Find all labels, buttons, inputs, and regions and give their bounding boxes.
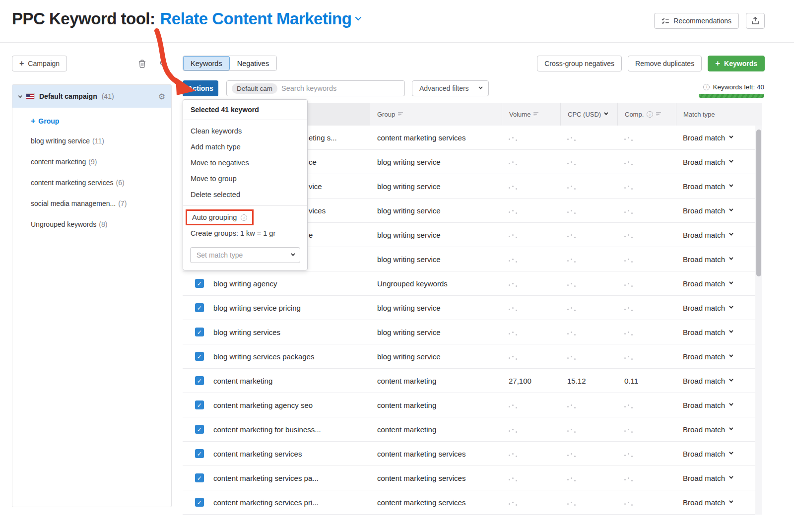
campaign-row[interactable]: Default campaign (41) ⚙	[12, 85, 171, 108]
match-type-dropdown[interactable]: Broad match	[683, 255, 747, 264]
actions-button[interactable]: Actions	[183, 80, 218, 96]
match-type-dropdown[interactable]: Broad match	[683, 206, 747, 215]
masked-value	[567, 333, 576, 335]
sort-chevron-down-icon	[604, 111, 608, 115]
create-groups-item[interactable]: Create groups: 1 kw = 1 gr	[183, 225, 307, 241]
match-type-dropdown[interactable]: Broad match	[683, 498, 747, 507]
recommendations-button[interactable]: Recommendations	[654, 13, 739, 29]
add-keywords-button[interactable]: + Keywords	[708, 56, 765, 71]
table-row[interactable]: ✓blog writing services packagesblog writ…	[183, 344, 762, 369]
match-type-value: Broad match	[683, 474, 725, 482]
table-row[interactable]: ✓content marketing servicescontent marke…	[183, 442, 762, 466]
campaign-filter-chip[interactable]: Default cam	[232, 83, 277, 94]
sidebar-group-item[interactable]: social media managemen...(7)	[12, 193, 171, 214]
remove-duplicates-button[interactable]: Remove duplicates	[628, 56, 702, 71]
ppc-keyword-tool-page: PPC Keyword tool: Relate Content Marketi…	[0, 0, 794, 532]
match-type-dropdown[interactable]: Broad match	[683, 401, 747, 409]
cross-group-negatives-button[interactable]: Cross-group negatives	[537, 56, 622, 71]
match-type-dropdown[interactable]: Broad match	[683, 474, 747, 482]
row-checkbox[interactable]: ✓	[195, 473, 204, 482]
row-checkbox[interactable]: ✓	[195, 279, 204, 288]
checkbox-cell: ✓	[183, 425, 206, 434]
table-row[interactable]: ✓blog writing service pricingblog writin…	[183, 296, 762, 320]
sidebar-group-item[interactable]: blog writing service(11)	[12, 131, 171, 151]
search-keywords-input[interactable]: Default cam Search keywords	[226, 80, 405, 96]
match-type-dropdown[interactable]: Broad match	[683, 377, 747, 385]
match-type-dropdown[interactable]: Broad match	[683, 231, 747, 239]
export-button[interactable]	[746, 13, 765, 29]
row-checkbox[interactable]: ✓	[195, 400, 204, 409]
table-row[interactable]: ✓content marketingcontent marketing27,10…	[183, 369, 762, 393]
match-type-dropdown[interactable]: Broad match	[683, 352, 747, 361]
cross-group-negatives-label: Cross-group negatives	[544, 60, 614, 67]
search-icon[interactable]	[160, 60, 168, 67]
masked-value	[509, 309, 517, 311]
header-volume[interactable]: Volume	[502, 103, 560, 126]
group-count: (11)	[92, 137, 104, 145]
masked-value	[567, 455, 576, 457]
advanced-filters-dropdown[interactable]: Advanced filters	[412, 80, 489, 96]
trash-icon[interactable]	[138, 60, 146, 68]
row-checkbox[interactable]: ✓	[195, 376, 204, 385]
menu-item-delete-selected[interactable]: Delete selected	[183, 187, 307, 202]
match-type-dropdown[interactable]: Broad match	[683, 304, 747, 312]
sidebar-group-item[interactable]: content marketing(9)	[12, 151, 171, 172]
table-row[interactable]: ✓content marketing agency seocontent mar…	[183, 393, 762, 417]
sidebar-toolbar: + Campaign	[12, 56, 172, 71]
row-checkbox[interactable]: ✓	[195, 303, 204, 312]
match-type-dropdown[interactable]: Broad match	[683, 133, 747, 142]
row-checkbox[interactable]: ✓	[195, 425, 204, 434]
row-checkbox[interactable]: ✓	[195, 352, 204, 361]
table-row[interactable]: ✓blog writing agencyUngrouped keywordsBr…	[183, 271, 762, 296]
add-campaign-button[interactable]: + Campaign	[12, 56, 67, 71]
table-row[interactable]: ✓blog writing servicesblog writing servi…	[183, 320, 762, 344]
header-group[interactable]: Group	[370, 103, 502, 126]
masked-value	[624, 479, 633, 481]
header-match-type[interactable]: Match type	[676, 103, 754, 126]
masked-value	[567, 139, 576, 140]
cpc-cell	[560, 231, 617, 239]
add-group-button[interactable]: + Group	[12, 108, 171, 131]
gear-icon[interactable]: ⚙	[158, 92, 165, 101]
menu-item-move-to-negatives[interactable]: Move to negatives	[183, 155, 307, 171]
tab-negatives[interactable]: Negatives	[230, 56, 276, 70]
match-type-cell: Broad match	[676, 206, 754, 215]
keyword-cell: content marketing services	[206, 450, 370, 458]
keyword-cell: content marketing services pa...	[206, 474, 370, 482]
add-campaign-label: Campaign	[28, 60, 60, 67]
header-cpc-usd-[interactable]: CPC (USD)	[560, 103, 617, 126]
chevron-down-icon	[729, 377, 733, 381]
sidebar-group-item[interactable]: Ungrouped keywords(8)	[12, 214, 171, 235]
table-scrollbar-thumb[interactable]	[756, 130, 761, 276]
auto-grouping-item[interactable]: Auto grouping i	[186, 209, 254, 225]
row-checkbox[interactable]: ✓	[195, 498, 204, 507]
match-type-dropdown[interactable]: Broad match	[683, 279, 747, 288]
chevron-down-icon	[729, 401, 733, 405]
advanced-filters-button[interactable]: Advanced filters	[412, 80, 489, 96]
sidebar: + Campaign Default campaign (41) ⚙	[12, 56, 172, 507]
masked-value	[624, 504, 633, 505]
table-scrollbar-track[interactable]	[755, 126, 762, 515]
sidebar-group-item[interactable]: content marketing services(6)	[12, 172, 171, 193]
table-row[interactable]: ✓content marketing services pri...conten…	[183, 490, 762, 515]
match-type-cell: Broad match	[676, 498, 754, 507]
tab-keywords[interactable]: Keywords	[183, 56, 230, 70]
match-type-dropdown[interactable]: Broad match	[683, 425, 747, 434]
match-type-dropdown[interactable]: Broad match	[683, 158, 747, 166]
table-row[interactable]: ✓content marketing services pa...content…	[183, 466, 762, 490]
row-checkbox[interactable]: ✓	[195, 449, 204, 458]
match-type-dropdown[interactable]: Broad match	[683, 182, 747, 191]
menu-item-clean-keywords[interactable]: Clean keywords	[183, 123, 307, 139]
set-match-type-select[interactable]: Set match type	[190, 247, 300, 263]
cpc-cell	[560, 401, 617, 409]
table-row[interactable]: ✓content marketing for business...conten…	[183, 417, 762, 442]
menu-item-add-match-type[interactable]: Add match type	[183, 139, 307, 155]
header-comp-[interactable]: Comp.i	[617, 103, 676, 126]
match-type-dropdown[interactable]: Broad match	[683, 328, 747, 336]
match-type-cell: Broad match	[676, 425, 754, 434]
menu-item-move-to-group[interactable]: Move to group	[183, 171, 307, 187]
campaign-title-dropdown[interactable]: Relate Content Marketing	[160, 9, 360, 28]
group-count: (8)	[99, 220, 107, 228]
row-checkbox[interactable]: ✓	[195, 328, 204, 336]
match-type-dropdown[interactable]: Broad match	[683, 450, 747, 458]
